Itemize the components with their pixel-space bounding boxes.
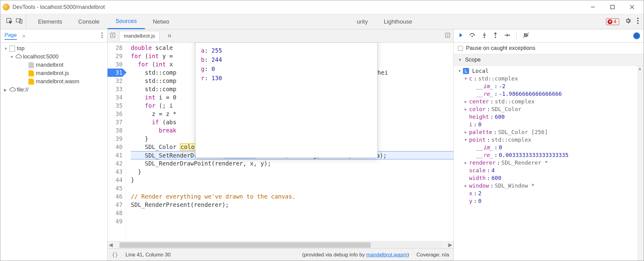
hover-tooltip: SDL_Color a: 255b: 244g: 0r: 130 xyxy=(195,43,378,158)
navigator-panel: Page » ▼top▼localhost:5000mandelbrotmand… xyxy=(0,29,108,261)
tab-elements[interactable]: Elements xyxy=(30,14,70,29)
editor-run-snippet-icon[interactable] xyxy=(445,32,451,39)
svg-point-11 xyxy=(101,34,103,35)
editor-statusbar: {} Line 41, Column 30 (provided via debu… xyxy=(108,248,453,261)
main-area: Page » ▼top▼localhost:5000mandelbrotmand… xyxy=(0,29,644,261)
scope-variable-row[interactable]: __im_: -2 xyxy=(456,82,644,90)
debug-info-link[interactable]: mandelbrot.wasm xyxy=(366,252,407,258)
scope-variable-row[interactable]: __re_: -1.9866666666666666 xyxy=(456,90,644,98)
devtools-favicon xyxy=(3,4,9,10)
svg-point-7 xyxy=(637,18,639,19)
scope-variable-row[interactable]: y: 0 xyxy=(456,197,644,205)
tree-item[interactable]: ▼localhost:5000 xyxy=(0,53,107,61)
tree-item[interactable]: ▼top xyxy=(0,44,107,53)
svg-rect-5 xyxy=(16,19,21,22)
debugger-panel: Pause on caught exceptions ▼ Scope ▼LLoc… xyxy=(454,29,644,261)
svg-point-16 xyxy=(484,36,485,38)
scope-variable-row[interactable]: height: 600 xyxy=(456,113,644,121)
tooltip-body: a: 255b: 244g: 0r: 130 xyxy=(195,43,377,86)
minimize-button[interactable] xyxy=(587,2,598,12)
tab-sources[interactable]: Sources xyxy=(108,14,145,29)
scope-variable-row[interactable]: x: 2 xyxy=(456,189,644,197)
cursor-position: Line 41, Column 30 xyxy=(125,252,170,258)
svg-rect-21 xyxy=(635,34,636,37)
inspect-element-icon[interactable] xyxy=(6,17,13,26)
toolbar-right: ✕4 xyxy=(604,17,641,26)
svg-rect-22 xyxy=(637,34,638,37)
tree-item[interactable]: mandelbrot.wasm xyxy=(0,77,107,86)
scope-body[interactable]: ▼LLocal ▼c: std::complex__im_: -2__re_: … xyxy=(454,66,644,261)
svg-point-17 xyxy=(495,36,496,38)
scope-section-header[interactable]: ▼ Scope xyxy=(454,54,644,66)
svg-point-8 xyxy=(637,20,639,22)
panel-tabs: Elements Console Sources Netwo urity Lig… xyxy=(30,14,604,29)
scope-variable-row[interactable]: ▶renderer: SDL_Renderer * xyxy=(456,159,644,166)
svg-point-9 xyxy=(637,23,639,24)
scope-variable-row[interactable]: __im_: 0 xyxy=(456,144,644,151)
debugger-toolbar xyxy=(454,29,644,43)
scope-variable-row[interactable]: ▼point: std::complex xyxy=(456,136,644,144)
pause-on-exceptions-icon[interactable] xyxy=(633,32,640,39)
step-into-icon[interactable] xyxy=(482,32,487,40)
scope-variable-row[interactable]: ▶center: std::complex xyxy=(456,98,644,105)
editor-panel: mandelbrot.js n 282930313233343536373839… xyxy=(108,29,454,261)
devtools-window: DevTools - localhost:5000/mandelbrot Ele… xyxy=(0,0,644,261)
panel-tabbar: Elements Console Sources Netwo urity Lig… xyxy=(0,14,644,29)
chevron-down-icon: ▼ xyxy=(458,58,462,62)
scope-variable-row[interactable]: ▶palette: SDL_Color [256] xyxy=(456,128,644,136)
editor-tab[interactable]: mandelbrot.js xyxy=(119,31,160,41)
maximize-button[interactable] xyxy=(607,2,618,12)
scope-variable-row[interactable]: ▼c: std::complex xyxy=(456,75,644,82)
tree-item[interactable]: ▶file:// xyxy=(0,86,107,94)
settings-gear-icon[interactable] xyxy=(625,17,631,26)
pretty-print-icon[interactable]: {} xyxy=(112,252,118,258)
editor-nav-back-icon[interactable] xyxy=(110,32,116,39)
svg-point-15 xyxy=(472,35,473,37)
scope-variable-row[interactable]: __re_: 0.0033333333333333335 xyxy=(456,151,644,159)
svg-point-12 xyxy=(101,36,103,38)
window-title: DevTools - localhost:5000/mandelbrot xyxy=(13,4,587,10)
scope-variable-row[interactable]: width: 600 xyxy=(456,174,644,182)
navigator-tab-page[interactable]: Page xyxy=(5,32,17,40)
device-toolbar-icon[interactable] xyxy=(16,18,23,25)
titlebar: DevTools - localhost:5000/mandelbrot xyxy=(0,0,644,14)
scope-scrollbar[interactable] xyxy=(638,66,644,261)
horizontal-scrollbar[interactable]: ◀ ▶ xyxy=(108,241,453,248)
coverage-status: Coverage: n/a xyxy=(416,252,449,258)
line-gutter[interactable]: 2829303132333435363738394041424344454647… xyxy=(108,43,126,241)
svg-rect-14 xyxy=(445,33,450,37)
scope-variable-row[interactable]: scale: 4 xyxy=(456,166,644,174)
tab-network[interactable]: Netwo xyxy=(145,14,177,29)
svg-point-10 xyxy=(101,32,103,33)
scope-variable-row[interactable]: ▶color: SDL_Color xyxy=(456,105,644,113)
window-controls xyxy=(587,2,641,12)
tab-security[interactable]: urity xyxy=(349,14,376,29)
tab-console[interactable]: Console xyxy=(70,14,108,29)
step-out-icon[interactable] xyxy=(493,32,498,40)
svg-rect-13 xyxy=(111,33,115,37)
navigator-header: Page » xyxy=(0,29,107,43)
error-badge[interactable]: ✕4 xyxy=(606,18,619,25)
svg-rect-6 xyxy=(20,20,22,23)
step-icon[interactable] xyxy=(504,33,510,39)
tab-lighthouse[interactable]: Lighthouse xyxy=(376,14,420,29)
editor-tab-hidden: n xyxy=(163,33,171,39)
scope-variable-row[interactable]: ▶window: SDL_Window * xyxy=(456,182,644,189)
step-over-icon[interactable] xyxy=(469,32,476,39)
close-button[interactable] xyxy=(627,2,638,12)
resume-icon[interactable] xyxy=(457,32,463,39)
code-area[interactable]: 2829303132333435363738394041424344454647… xyxy=(108,43,453,241)
scope-local-header[interactable]: ▼LLocal xyxy=(456,67,644,75)
scope-variable-row[interactable]: i: 0 xyxy=(456,121,644,128)
inspect-controls xyxy=(3,14,26,29)
tree-item[interactable]: mandelbrot xyxy=(0,61,107,69)
tree-item[interactable]: mandelbrot.js xyxy=(0,69,107,77)
navigator-menu-icon[interactable] xyxy=(101,32,103,40)
file-tree: ▼top▼localhost:5000mandelbrotmandelbrot.… xyxy=(0,43,107,261)
editor-tabbar: mandelbrot.js n xyxy=(108,29,453,43)
pause-caught-checkbox[interactable] xyxy=(458,46,463,51)
pause-on-caught-row[interactable]: Pause on caught exceptions xyxy=(454,43,644,54)
navigator-more-tabs-icon[interactable]: » xyxy=(22,33,25,39)
deactivate-breakpoints-icon[interactable] xyxy=(523,32,529,40)
more-menu-icon[interactable] xyxy=(637,17,639,26)
